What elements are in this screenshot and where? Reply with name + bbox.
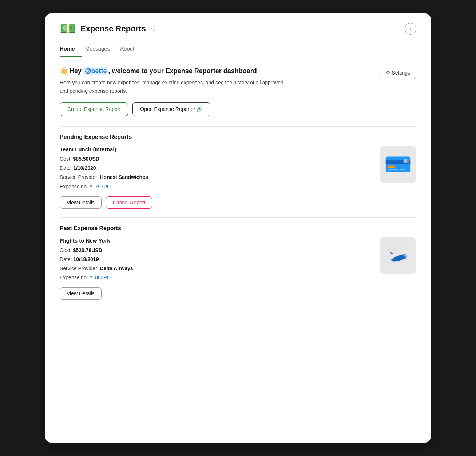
app-logo: 💵	[60, 22, 76, 35]
settings-button[interactable]: ⚙ Settings	[380, 67, 416, 79]
nav-item-about[interactable]: About	[120, 41, 142, 56]
past-expense-actions: View Details	[60, 287, 371, 300]
greeting-suffix: , welcome to your Expense Reporter dashb…	[108, 67, 257, 75]
pending-expense-actions: View Details Cancel Report	[60, 196, 371, 209]
greeting-emoji: 👋	[60, 67, 68, 75]
pending-expense-info: Team Lunch (Internal) Cost: $85.50USD Da…	[60, 146, 371, 209]
past-expense-info: Flights to New York Cost: $520.78USD Dat…	[60, 237, 371, 300]
pending-expense-card: Team Lunch (Internal) Cost: $85.50USD Da…	[60, 146, 416, 209]
credit-card-icon	[385, 156, 411, 173]
cancel-report-button[interactable]: Cancel Report	[106, 196, 152, 209]
past-section-title: Past Expense Reports	[60, 217, 416, 232]
pending-view-details-button[interactable]: View Details	[60, 196, 102, 209]
pending-section-title: Pending Expense Reports	[60, 126, 416, 140]
past-expense-cost: Cost: $520.78USD	[60, 246, 371, 255]
pending-expense-no: Expense no. #1797PD	[60, 182, 371, 191]
svg-rect-5	[388, 169, 398, 170]
svg-rect-6	[400, 169, 405, 170]
username: @bette	[83, 67, 108, 75]
past-expense-card: Flights to New York Cost: $520.78USD Dat…	[60, 237, 416, 300]
app-window: 💵 Expense Reports ☆ i Home Messages Abou…	[45, 13, 431, 443]
greeting-prefix: Hey	[70, 67, 83, 75]
past-expense-provider: Service Provider: Delta Airways	[60, 264, 371, 273]
svg-rect-2	[388, 166, 395, 168]
nav: Home Messages About	[45, 41, 431, 56]
star-icon[interactable]: ☆	[150, 25, 156, 33]
pending-expense-cost: Cost: $85.50USD	[60, 155, 371, 164]
welcome-text: 👋 Hey @bette, welcome to your Expense Re…	[60, 67, 285, 116]
past-expense-thumbnail	[380, 237, 416, 274]
svg-point-8	[396, 245, 404, 250]
welcome-description: Here you can create new expenses, manage…	[60, 79, 285, 95]
open-button-label: Open Expense Reporter 🔗	[140, 106, 203, 112]
pending-expense-provider: Service Provider: Honest Sandwiches	[60, 173, 371, 182]
pending-expense-date: Date: 1/10/2020	[60, 164, 371, 173]
past-view-details-button[interactable]: View Details	[60, 287, 102, 300]
past-expense-no: Expense no. #1803PD	[60, 273, 371, 282]
create-expense-button[interactable]: Create Expense Report	[60, 102, 128, 116]
airplane-icon	[384, 241, 413, 270]
svg-point-4	[405, 159, 409, 163]
welcome-section: 👋 Hey @bette, welcome to your Expense Re…	[60, 67, 416, 116]
app-title: Expense Reports	[80, 24, 146, 33]
past-expense-name: Flights to New York	[60, 237, 371, 244]
welcome-heading: 👋 Hey @bette, welcome to your Expense Re…	[60, 67, 285, 76]
past-expense-date: Date: 10/18/2019	[60, 255, 371, 264]
main-content: 👋 Hey @bette, welcome to your Expense Re…	[45, 56, 431, 319]
action-buttons: Create Expense Report Open Expense Repor…	[60, 102, 285, 116]
header: 💵 Expense Reports ☆ i	[45, 13, 431, 35]
nav-item-messages[interactable]: Messages	[85, 41, 117, 56]
open-expense-reporter-button[interactable]: Open Expense Reporter 🔗	[132, 102, 210, 116]
nav-item-home[interactable]: Home	[60, 41, 82, 56]
pending-expense-name: Team Lunch (Internal)	[60, 146, 371, 152]
header-left: 💵 Expense Reports ☆	[60, 22, 156, 35]
info-icon[interactable]: i	[405, 23, 416, 35]
pending-expense-thumbnail	[380, 146, 416, 183]
svg-point-9	[391, 253, 408, 263]
